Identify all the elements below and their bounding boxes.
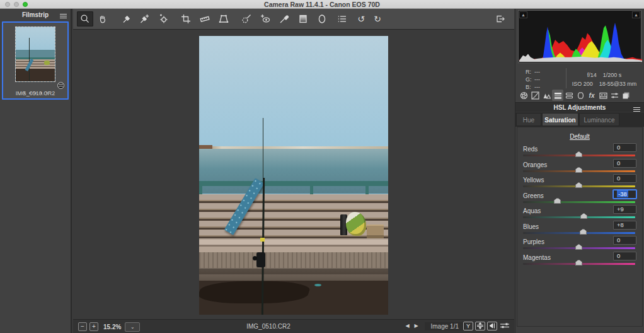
- slider-row-magentas: Magentas 0: [517, 254, 642, 267]
- thumbnail-filename: IMG_0510.CR2: [3, 90, 67, 96]
- rotate-left-icon[interactable]: ↺: [353, 11, 369, 26]
- hand-tool-icon[interactable]: [95, 11, 111, 26]
- toggle-fullscreen-icon[interactable]: [493, 12, 508, 26]
- camera-calibration-panel-icon[interactable]: [597, 90, 609, 101]
- slider-value-input[interactable]: 0: [613, 174, 636, 183]
- slider-value-input[interactable]: +9: [613, 205, 636, 214]
- tone-curve-panel-icon[interactable]: [529, 90, 541, 101]
- slider-row-oranges: Oranges 0: [517, 161, 642, 175]
- slider-thumb[interactable]: [580, 213, 587, 219]
- preferences-tool-icon[interactable]: [334, 11, 350, 26]
- slider-track[interactable]: [523, 263, 635, 265]
- crop-tool-icon[interactable]: [178, 11, 194, 26]
- photo-railing: [199, 181, 388, 186]
- slider-label: Magentas: [523, 254, 551, 261]
- slider-track[interactable]: [523, 155, 635, 156]
- slider-track[interactable]: [523, 185, 635, 187]
- photo-preview[interactable]: [199, 36, 388, 315]
- slider-thumb[interactable]: [575, 167, 582, 173]
- slider-thumb[interactable]: [580, 229, 587, 235]
- photo-rod-band: [260, 238, 265, 242]
- copy-settings-icon[interactable]: [487, 322, 497, 330]
- adjustment-brush-tool-icon[interactable]: [276, 11, 292, 26]
- slider-thumb[interactable]: [575, 244, 582, 250]
- slider-value-input[interactable]: 0: [613, 159, 636, 168]
- color-sampler-tool-icon[interactable]: [136, 11, 152, 26]
- slider-thumb[interactable]: [575, 260, 582, 266]
- thumbnail-image: [15, 26, 55, 82]
- slider-label: Yellows: [523, 177, 544, 184]
- next-image-button[interactable]: ▶: [412, 322, 421, 330]
- photo-wooden-box: [367, 225, 384, 238]
- hsl-panel-menu-icon[interactable]: [633, 106, 640, 111]
- shadow-clipping-warning-icon[interactable]: ▲: [519, 11, 527, 18]
- slider-thumb[interactable]: [575, 151, 582, 157]
- slider-track[interactable]: [523, 247, 635, 249]
- snapshots-panel-icon[interactable]: [620, 90, 631, 101]
- slider-label: Purples: [523, 238, 544, 245]
- tab-hue[interactable]: Hue: [516, 113, 541, 126]
- rotate-right-icon[interactable]: ↻: [369, 11, 386, 26]
- zoom-tool-icon[interactable]: [77, 11, 93, 26]
- slider-track[interactable]: [523, 232, 635, 234]
- basic-panel-icon[interactable]: [518, 90, 529, 101]
- slider-value-input[interactable]: 0: [613, 143, 636, 152]
- split-toning-panel-icon[interactable]: [563, 90, 575, 101]
- effects-panel-icon[interactable]: fx: [586, 90, 597, 101]
- photo-ground-shadow: [199, 281, 313, 303]
- window-title: Camera Raw 11.4.1 - Canon EOS 70D: [0, 0, 644, 9]
- slider-row-blues: Blues +8: [517, 223, 642, 237]
- lens-corrections-panel-icon[interactable]: [575, 90, 586, 101]
- slider-label: Aquas: [523, 207, 541, 214]
- slider-value-input[interactable]: -38: [613, 190, 636, 199]
- swap-before-after-icon[interactable]: [475, 322, 485, 330]
- white-balance-tool-icon[interactable]: [118, 11, 135, 26]
- slider-label: Blues: [523, 223, 539, 230]
- slider-value-input[interactable]: 0: [613, 236, 636, 245]
- saturation-sliders-panel: Default Reds 0 Oranges 0 Yellows 0 Green…: [517, 127, 643, 327]
- transform-tool-icon[interactable]: [216, 11, 232, 26]
- tab-luminance[interactable]: Luminance: [579, 113, 619, 126]
- hsl-panel-title: HSL Adjustments: [515, 103, 644, 112]
- graduated-filter-tool-icon[interactable]: [295, 11, 311, 26]
- slider-row-purples: Purples 0: [517, 238, 642, 252]
- slider-thumb[interactable]: [575, 182, 582, 188]
- targeted-adjustment-tool-icon[interactable]: [155, 11, 171, 26]
- slider-label: Oranges: [523, 161, 547, 168]
- filmstrip-header: Filmstrip: [0, 10, 71, 20]
- spot-removal-tool-icon[interactable]: [238, 11, 255, 26]
- detail-panel-icon[interactable]: [541, 90, 552, 101]
- filmstrip-menu-icon[interactable]: [60, 13, 67, 18]
- straighten-tool-icon[interactable]: [197, 11, 213, 26]
- tab-saturation[interactable]: Saturation: [542, 113, 578, 126]
- preview-preferences-icon[interactable]: [499, 322, 510, 330]
- default-link[interactable]: Default: [517, 133, 642, 140]
- filmstrip-panel: Filmstrip IMG_0510.CR2: [0, 9, 72, 333]
- previous-image-button[interactable]: ◀: [403, 322, 412, 330]
- presets-panel-icon[interactable]: [609, 90, 620, 101]
- slider-label: Reds: [523, 146, 538, 153]
- histogram[interactable]: ▲ ▲: [518, 10, 641, 63]
- before-after-toggle-button[interactable]: Y: [463, 322, 473, 330]
- adjustments-panel: ▲ ▲ R:--- G:--- B:--- f/141/200 s ISO 20…: [515, 9, 644, 333]
- hsl-adjustments-panel-icon[interactable]: [552, 90, 563, 101]
- main-area: ↺ ↻: [73, 9, 514, 333]
- slider-track[interactable]: [523, 216, 635, 218]
- slider-label: Greens: [523, 192, 544, 199]
- red-eye-removal-tool-icon[interactable]: [257, 11, 273, 26]
- image-count: Image 1/1: [425, 322, 465, 330]
- highlight-clipping-warning-icon[interactable]: ▲: [632, 11, 640, 18]
- slider-track[interactable]: [523, 170, 635, 172]
- photo-railing-posts: [199, 186, 388, 194]
- radial-filter-tool-icon[interactable]: [314, 11, 330, 26]
- slider-value-input[interactable]: +8: [613, 221, 636, 230]
- g-value: ---: [534, 76, 540, 83]
- filmstrip-thumbnail-selected[interactable]: IMG_0510.CR2: [2, 21, 69, 100]
- image-canvas[interactable]: [73, 30, 514, 319]
- slider-row-greens: Greens -38: [517, 192, 642, 206]
- slider-thumb[interactable]: [554, 198, 561, 204]
- slider-track[interactable]: [523, 201, 635, 203]
- status-bar: − + 15.2% ⌄ IMG_0510.CR2 ◀ ▶ Image 1/1 Y: [73, 319, 514, 333]
- slider-value-input[interactable]: 0: [613, 252, 636, 260]
- slider-row-aquas: Aquas +9: [517, 207, 642, 221]
